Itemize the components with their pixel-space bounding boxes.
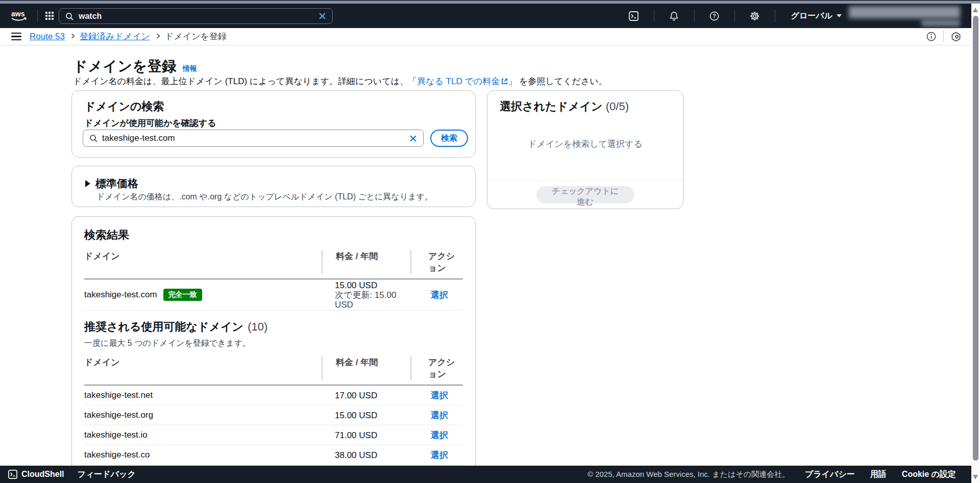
scroll-down-icon[interactable]	[973, 475, 978, 479]
aws-logo-icon[interactable]: aws	[9, 9, 30, 22]
scroll-up-icon[interactable]	[973, 8, 978, 12]
services-grid-icon[interactable]	[45, 12, 54, 20]
breadcrumb-bar: Route 53 登録済みドメイン ドメインを登録	[0, 28, 971, 45]
pricing-title: 標準価格	[95, 176, 138, 191]
domain-search-card: ドメインの検索 ドメインが使用可能かを確認する 検索	[71, 90, 476, 158]
breadcrumb-route53[interactable]: Route 53	[30, 32, 65, 42]
domain-search-input[interactable]	[102, 133, 409, 143]
breadcrumb-registered-domains[interactable]: 登録済みドメイン	[80, 31, 150, 42]
header-divider	[37, 9, 38, 22]
price-cell: 71.00 USD	[322, 430, 410, 440]
search-clear-icon[interactable]	[318, 12, 326, 20]
suggested-rows: takeshige-test.net 17.00 USD 選択 takeshig…	[84, 386, 463, 466]
table-row-exact-match: takeshige-test.com 完全一致 15.00 USD 次で更新: …	[84, 279, 463, 311]
domain-search-field[interactable]	[83, 130, 424, 147]
copyright-text: © 2025, Amazon Web Services, Inc. またはその関…	[587, 470, 790, 479]
cloudshell-terminal-icon	[8, 470, 17, 479]
col-action: アクション	[410, 357, 463, 380]
privacy-link[interactable]: プライバシー	[805, 469, 855, 480]
page-scrollbar[interactable]	[971, 4, 980, 483]
selected-domains-card: 選択されたドメイン (0/5) ドメインを検索して選択する チェックアウトに進む	[487, 90, 683, 209]
page-title: ドメインを登録	[73, 57, 177, 76]
price-value: 15.00 USD	[335, 281, 410, 290]
global-search-input[interactable]	[79, 12, 318, 21]
main-content: ドメインを登録 情報 ドメイン名の料金は、最上位ドメイン (TLD) によって異…	[0, 46, 971, 466]
checkout-button[interactable]: チェックアウトに進む	[536, 186, 634, 204]
domain-cell: takeshige-test.co	[84, 450, 322, 460]
suggested-table-header: ドメイン 料金 / 年間 アクション	[84, 357, 463, 386]
standard-pricing-card: 標準価格 ドメイン名の価格は、.com や.org などのトップレベルドメイン …	[71, 166, 476, 207]
suggested-count: (10)	[248, 320, 267, 334]
chevron-right-icon	[155, 34, 160, 39]
terms-link[interactable]: 用語	[870, 469, 887, 480]
clear-input-icon[interactable]	[409, 135, 417, 142]
side-menu-icon[interactable]	[11, 33, 21, 41]
header-divider	[654, 9, 654, 22]
account-name-redacted[interactable]	[849, 6, 960, 18]
search-icon	[89, 134, 97, 142]
col-price: 料金 / 年間	[322, 250, 410, 274]
region-selector[interactable]: グローバル	[783, 11, 850, 21]
select-link[interactable]: 選択	[410, 449, 463, 461]
search-icon	[65, 12, 74, 20]
help-icon[interactable]: ?	[702, 4, 727, 28]
global-search[interactable]	[59, 8, 333, 24]
results-title: 検索結果	[84, 227, 463, 243]
selected-domains-title: 選択されたドメイン (0/5)	[500, 99, 629, 114]
select-link[interactable]: 選択	[410, 289, 463, 301]
tld-pricing-link[interactable]: 異なる TLD での料金	[417, 77, 508, 86]
select-link[interactable]: 選択	[410, 429, 463, 441]
col-action: アクション	[410, 250, 463, 274]
suggested-subtitle: 一度に最大 5 つのドメインを登録できます。	[84, 338, 463, 349]
exact-match-badge: 完全一致	[163, 289, 202, 301]
feedback-link[interactable]: フィードバック	[78, 469, 136, 480]
breadcrumb: Route 53 登録済みドメイン ドメインを登録	[30, 31, 227, 42]
price-cell: 38.00 USD	[322, 450, 410, 460]
info-icon[interactable]	[926, 32, 936, 41]
search-button[interactable]: 検索	[430, 130, 468, 147]
domain-name: takeshige-test.com	[84, 290, 157, 300]
app-header: aws	[0, 4, 971, 28]
divider	[487, 180, 683, 181]
description-text: 」 を参照してください。	[508, 77, 607, 86]
svg-text:aws: aws	[11, 10, 25, 18]
table-row: takeshige-test.io 71.00 USD 選択	[84, 425, 463, 445]
cloudshell-terminal-icon[interactable]	[622, 4, 646, 28]
select-link[interactable]: 選択	[410, 410, 463, 421]
external-link-icon	[501, 77, 508, 87]
availability-label: ドメインが使用可能かを確認する	[84, 117, 216, 129]
col-price: 料金 / 年間	[322, 357, 410, 380]
pricing-description: ドメイン名の価格は、.com や.org などのトップレベルドメイン (TLD)…	[96, 192, 433, 202]
notifications-bell-icon[interactable]	[662, 4, 687, 28]
region-label: グローバル	[791, 11, 833, 21]
pricing-expander[interactable]: 標準価格	[85, 176, 138, 191]
chevron-down-icon	[837, 14, 842, 17]
price-cell: 17.00 USD	[322, 391, 410, 400]
col-domain: ドメイン	[84, 250, 322, 274]
scrollbar-thumb[interactable]	[973, 16, 978, 461]
cookie-settings-link[interactable]: Cookie の設定	[902, 469, 956, 480]
renewal-price: 次で更新: 15.00 USD	[335, 290, 410, 310]
cloudshell-label: CloudShell	[21, 470, 64, 479]
new-features-hexagon-icon[interactable]	[951, 32, 961, 42]
selected-count: (0/5)	[606, 100, 629, 113]
account-id-redacted	[921, 19, 960, 27]
chevron-right-icon	[70, 34, 75, 39]
settings-gear-icon[interactable]	[743, 4, 767, 28]
search-results-card: 検索結果 ドメイン 料金 / 年間 アクション takeshige-test.c…	[71, 216, 476, 466]
results-table-header: ドメイン 料金 / 年間 アクション	[84, 250, 463, 279]
svg-text:?: ?	[713, 13, 716, 19]
console-footer: CloudShell フィードバック © 2025, Amazon Web Se…	[0, 466, 971, 483]
header-divider	[775, 9, 775, 22]
domain-search-title: ドメインの検索	[84, 99, 164, 114]
domain-cell: takeshige-test.io	[84, 430, 322, 440]
select-link[interactable]: 選択	[410, 390, 463, 401]
info-link[interactable]: 情報	[183, 64, 197, 73]
price-cell: 15.00 USD	[322, 411, 410, 420]
cloudshell-button[interactable]: CloudShell	[8, 470, 64, 479]
breadcrumb-current: ドメインを登録	[165, 31, 227, 42]
header-divider	[694, 9, 695, 22]
domain-cell: takeshige-test.org	[84, 410, 322, 420]
table-row: takeshige-test.org 15.00 USD 選択	[84, 405, 463, 425]
description-text: ドメイン名の料金は、最上位ドメイン (TLD) によって異なります。詳細について…	[73, 77, 417, 86]
